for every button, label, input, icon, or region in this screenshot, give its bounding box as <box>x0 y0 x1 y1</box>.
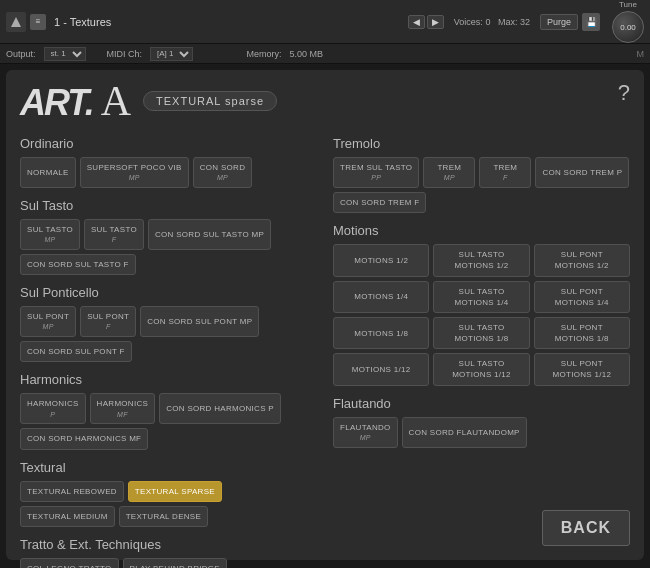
btn-con-sord-trem-p[interactable]: CON SORD TREM p <box>535 157 629 188</box>
instrument-title: 1 - Textures <box>54 16 404 28</box>
btn-motions-1-8[interactable]: MOTIONS 1/8 <box>333 317 429 349</box>
tremolo-title: Tremolo <box>333 136 630 151</box>
midi-select[interactable]: [A] 1 <box>150 47 193 61</box>
tratto-section: Tratto & Ext. Techniques COL LEGNO TRATT… <box>20 537 317 568</box>
tune-knob[interactable]: 0.00 <box>612 11 644 43</box>
btn-supersoft[interactable]: SUPERSOFT POCO VIBmp <box>80 157 189 188</box>
btn-sul-tasto-motions-1-2[interactable]: SUL TASTO MOTIONS 1/2 <box>433 244 529 276</box>
main-panel: ART. A TEXTURAL sparse ? Ordinario NORMA… <box>6 70 644 560</box>
tremolo-buttons: TREM SUL TASTOpp TREMmp TREMf CON SORD T… <box>333 157 630 213</box>
sul-ponticello-section: Sul Ponticello SUL PONTmp SUL PONTf CON … <box>20 285 317 362</box>
btn-con-sord-trem-f[interactable]: CON SORD TREM f <box>333 192 426 213</box>
textural-section: Textural TEXTURAL REBOWED TEXTURAL SPARS… <box>20 460 317 527</box>
btn-con-sord-sul-pont-mp[interactable]: CON SORD SUL PONT mp <box>140 306 259 337</box>
btn-con-sord-harmonics-mf[interactable]: CON SORD HARMONICS mf <box>20 428 148 449</box>
btn-sul-tasto-f[interactable]: SUL TASTOf <box>84 219 144 250</box>
textural-title: Textural <box>20 460 317 475</box>
harmonics-title: Harmonics <box>20 372 317 387</box>
top-bar: ≡ 1 - Textures ◀ ▶ Voices: 0 Max: 32 Pur… <box>0 0 650 44</box>
btn-sul-pont-motions-1-2[interactable]: SUL PONT MOTIONS 1/2 <box>534 244 630 276</box>
sul-tasto-section: Sul Tasto SUL TASTOmp SUL TASTOf CON SOR… <box>20 198 317 275</box>
midi-label: MIDI Ch: <box>107 49 143 59</box>
ordinario-buttons: NORMALE SUPERSOFT POCO VIBmp CON SORDmp <box>20 157 317 188</box>
preset-badge[interactable]: TEXTURAL sparse <box>143 91 277 111</box>
output-select[interactable]: st. 1 <box>44 47 86 61</box>
m-indicator: M <box>637 49 645 59</box>
btn-sul-tasto-motions-1-8[interactable]: SUL TASTO MOTIONS 1/8 <box>433 317 529 349</box>
textural-buttons: TEXTURAL REBOWED TEXTURAL SPARSE TEXTURA… <box>20 481 317 527</box>
btn-sul-tasto-motions-1-4[interactable]: SUL TASTO MOTIONS 1/4 <box>433 281 529 313</box>
back-button[interactable]: BACK <box>542 510 630 546</box>
sul-ponticello-title: Sul Ponticello <box>20 285 317 300</box>
btn-textural-rebowed[interactable]: TEXTURAL REBOWED <box>20 481 124 502</box>
harmonics-section: Harmonics HARMONICSp HARMONICSmf CON SOR… <box>20 372 317 449</box>
btn-trem-sul-tasto[interactable]: TREM SUL TASTOpp <box>333 157 419 188</box>
tremolo-section: Tremolo TREM SUL TASTOpp TREMmp TREMf CO… <box>333 136 630 213</box>
btn-sul-pont-f[interactable]: SUL PONTf <box>80 306 136 337</box>
btn-harmonics-mf[interactable]: HARMONICSmf <box>90 393 156 424</box>
memory-value: 5.00 MB <box>290 49 324 59</box>
left-column: Ordinario NORMALE SUPERSOFT POCO VIBmp C… <box>20 136 317 568</box>
btn-textural-medium[interactable]: TEXTURAL MEDIUM <box>20 506 115 527</box>
harmonics-buttons: HARMONICSp HARMONICSmf CON SORD HARMONIC… <box>20 393 317 449</box>
btn-sul-pont-mp[interactable]: SUL PONTmp <box>20 306 76 337</box>
logo <box>6 12 26 32</box>
btn-sul-tasto-mp[interactable]: SUL TASTOmp <box>20 219 80 250</box>
motions-title: Motions <box>333 223 630 238</box>
header-row: ART. A TEXTURAL sparse <box>20 80 630 122</box>
btn-sul-tasto-motions-1-12[interactable]: SUL TASTO MOTIONS 1/12 <box>433 353 529 385</box>
btn-con-sord-sul-tasto-mp[interactable]: CON SORD SUL TASTO mp <box>148 219 271 250</box>
flautando-title: Flautando <box>333 396 630 411</box>
btn-sul-pont-motions-1-8[interactable]: SUL PONT MOTIONS 1/8 <box>534 317 630 349</box>
art-logo: ART. A <box>20 80 129 122</box>
sul-ponticello-buttons: SUL PONTmp SUL PONTf CON SORD SUL PONT m… <box>20 306 317 362</box>
flautando-buttons: FLAUTANDOmp CON SORD FLAUTANDOmp <box>333 417 630 448</box>
btn-con-sord-ord[interactable]: CON SORDmp <box>193 157 253 188</box>
sub-bar: Output: st. 1 MIDI Ch: [A] 1 Memory: 5.0… <box>0 44 650 64</box>
help-button[interactable]: ? <box>618 80 630 106</box>
btn-col-legno[interactable]: COL LEGNO TRATTO <box>20 558 119 568</box>
btn-motions-1-12[interactable]: MOTIONS 1/12 <box>333 353 429 385</box>
btn-sul-pont-motions-1-4[interactable]: SUL PONT MOTIONS 1/4 <box>534 281 630 313</box>
ordinario-section: Ordinario NORMALE SUPERSOFT POCO VIBmp C… <box>20 136 317 188</box>
output-label: Output: <box>6 49 36 59</box>
flautando-section: Flautando FLAUTANDOmp CON SORD FLAUTANDO… <box>333 396 630 448</box>
nav-arrows: ◀ ▶ <box>408 15 444 29</box>
btn-motions-1-2[interactable]: MOTIONS 1/2 <box>333 244 429 276</box>
tune-value: 0.00 <box>620 23 636 32</box>
next-btn[interactable]: ▶ <box>427 15 444 29</box>
tune-area: Tune 0.00 <box>612 0 644 43</box>
sul-tasto-buttons: SUL TASTOmp SUL TASTOf CON SORD SUL TAST… <box>20 219 317 275</box>
motions-section: Motions MOTIONS 1/2 SUL TASTO MOTIONS 1/… <box>333 223 630 386</box>
right-column: Tremolo TREM SUL TASTOpp TREMmp TREMf CO… <box>333 136 630 568</box>
sul-tasto-title: Sul Tasto <box>20 198 317 213</box>
btn-play-behind[interactable]: PLAY BEHIND BRIDGE <box>123 558 227 568</box>
btn-textural-sparse[interactable]: TEXTURAL SPARSE <box>128 481 222 502</box>
svg-marker-0 <box>11 17 21 27</box>
btn-con-sord-sul-tasto-f[interactable]: CON SORD SUL TASTO f <box>20 254 136 275</box>
btn-harmonics-p[interactable]: HARMONICSp <box>20 393 86 424</box>
btn-con-sord-harmonics-p[interactable]: CON SORD HARMONICS p <box>159 393 281 424</box>
memory-label: Memory: <box>247 49 282 59</box>
btn-trem-f[interactable]: TREMf <box>479 157 531 188</box>
prev-btn[interactable]: ◀ <box>408 15 425 29</box>
btn-con-sord-flautando[interactable]: CON SORD FLAUTANDOmp <box>402 417 527 448</box>
btn-textural-dense[interactable]: TEXTURAL DENSE <box>119 506 208 527</box>
tratto-buttons: COL LEGNO TRATTO PLAY BEHIND BRIDGE PLUC… <box>20 558 317 568</box>
tratto-title: Tratto & Ext. Techniques <box>20 537 317 552</box>
btn-motions-1-4[interactable]: MOTIONS 1/4 <box>333 281 429 313</box>
voices-info: Voices: 0 Max: 32 <box>454 17 530 27</box>
btn-normale[interactable]: NORMALE <box>20 157 76 188</box>
btn-trem-mp[interactable]: TREMmp <box>423 157 475 188</box>
save-icon: 💾 <box>582 13 600 31</box>
btn-sul-pont-motions-1-12[interactable]: SUL PONT MOTIONS 1/12 <box>534 353 630 385</box>
motions-grid: MOTIONS 1/2 SUL TASTO MOTIONS 1/2 SUL PO… <box>333 244 630 386</box>
tune-label: Tune <box>619 0 637 9</box>
btn-con-sord-sul-pont-f[interactable]: CON SORD SUL PONT f <box>20 341 132 362</box>
btn-flautando-mp[interactable]: FLAUTANDOmp <box>333 417 398 448</box>
purge-button[interactable]: Purge <box>540 14 578 30</box>
ordinario-title: Ordinario <box>20 136 317 151</box>
mini-icon: ≡ <box>30 14 46 30</box>
